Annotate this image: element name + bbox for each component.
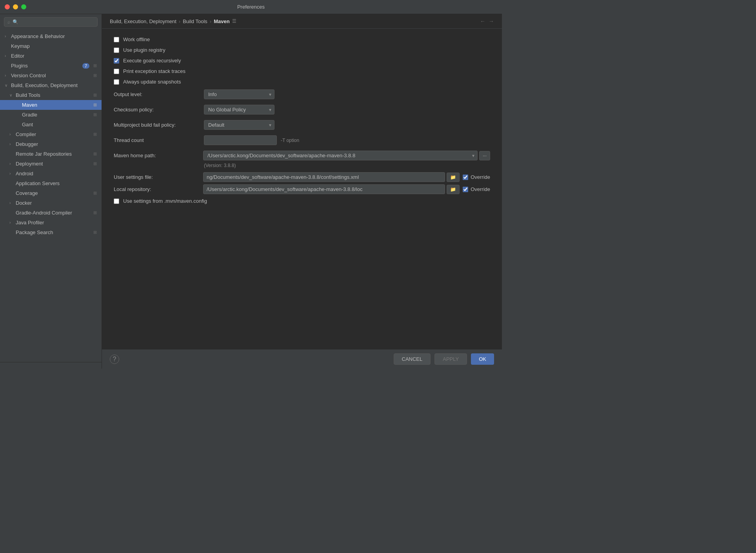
breadcrumb-sep-2: › xyxy=(210,18,211,24)
user-settings-label: User settings file: xyxy=(114,174,200,180)
window-controls[interactable] xyxy=(5,4,26,9)
help-button[interactable]: ? xyxy=(110,355,119,364)
content-body: Work offline Use plugin registry Execute… xyxy=(102,29,502,349)
thread-count-input[interactable] xyxy=(204,135,277,145)
sidebar-item-gradle[interactable]: Gradle ⊞ xyxy=(0,110,102,120)
settings-icon[interactable]: ⊞ xyxy=(93,63,97,68)
mvn-config-label[interactable]: Use settings from .mvn/maven.config xyxy=(123,198,207,204)
multiproject-policy-select-wrapper: Default Fail At End Fail Fast Never Fail xyxy=(204,120,274,130)
action-buttons: CANCEL APPLY OK xyxy=(394,353,494,365)
sidebar-item-remote-jar[interactable]: Remote Jar Repositories ⊞ xyxy=(0,149,102,159)
sidebar-item-plugins[interactable]: Plugins 7 ⊞ xyxy=(0,61,102,71)
sidebar-item-maven[interactable]: Maven ⊞ xyxy=(0,100,102,110)
settings-icon[interactable]: ⊞ xyxy=(93,112,97,117)
checksum-policy-select-wrapper: No Global Policy Ignore Warn Fail xyxy=(204,105,274,115)
sidebar-item-keymap[interactable]: Keymap xyxy=(0,41,102,51)
user-settings-override-checkbox[interactable] xyxy=(463,175,468,180)
plugins-badge: 7 xyxy=(82,63,89,69)
use-plugin-registry-checkbox[interactable] xyxy=(114,47,119,53)
sidebar-item-build-exec[interactable]: ∨ Build, Execution, Deployment xyxy=(0,80,102,90)
local-repo-browse-button[interactable]: 📁 xyxy=(447,185,460,194)
chevron-icon: › xyxy=(5,34,9,38)
sidebar-item-label: Java Profiler xyxy=(16,220,44,226)
user-settings-input[interactable] xyxy=(203,172,445,182)
settings-icon[interactable]: ⊞ xyxy=(93,151,97,156)
work-offline-checkbox[interactable] xyxy=(114,37,119,42)
multiproject-policy-select[interactable]: Default Fail At End Fail Fast Never Fail xyxy=(204,120,274,130)
chevron-icon: ∨ xyxy=(9,93,13,97)
thread-count-label: Thread count xyxy=(114,137,200,143)
sidebar-item-compiler[interactable]: › Compiler ⊞ xyxy=(0,129,102,139)
sidebar-item-label: Application Servers xyxy=(16,180,60,186)
sidebar-list: › Appearance & Behavior Keymap › Editor … xyxy=(0,30,102,362)
sidebar-item-java-profiler[interactable]: › Java Profiler xyxy=(0,218,102,227)
chevron-icon: › xyxy=(5,73,9,78)
sidebar-item-android[interactable]: › Android xyxy=(0,169,102,178)
sidebar-item-deployment[interactable]: › Deployment ⊞ xyxy=(0,159,102,169)
nav-back-button[interactable]: ← xyxy=(480,18,485,24)
use-plugin-registry-label[interactable]: Use plugin registry xyxy=(123,47,165,53)
sidebar-footer xyxy=(0,362,102,369)
mvn-config-checkbox[interactable] xyxy=(114,198,119,204)
local-repo-input-group: 📁 xyxy=(203,184,460,194)
sidebar: ⌕ › Appearance & Behavior Keymap › Edito… xyxy=(0,14,102,369)
search-input[interactable] xyxy=(13,19,94,25)
cancel-button[interactable]: CANCEL xyxy=(394,353,431,365)
always-update-label[interactable]: Always update snapshots xyxy=(123,79,181,85)
local-repo-override-checkbox[interactable] xyxy=(463,187,468,192)
maven-home-browse-button[interactable]: ··· xyxy=(479,151,490,160)
breadcrumb: Build, Execution, Deployment › Build Too… xyxy=(110,18,236,24)
breadcrumb-sep-1: › xyxy=(179,18,180,24)
sidebar-item-build-tools[interactable]: ∨ Build Tools ⊞ xyxy=(0,90,102,100)
checksum-policy-select[interactable]: No Global Policy Ignore Warn Fail xyxy=(204,105,274,115)
settings-icon[interactable]: ⊞ xyxy=(93,102,97,107)
sidebar-item-label: Plugins xyxy=(11,63,28,69)
local-repo-override-label[interactable]: Override xyxy=(471,186,490,192)
close-button[interactable] xyxy=(5,4,10,9)
execute-goals-label[interactable]: Execute goals recursively xyxy=(123,58,181,64)
local-repo-input[interactable] xyxy=(203,184,445,194)
sidebar-item-label: Remote Jar Repositories xyxy=(16,151,72,157)
print-exception-row: Print exception stack traces xyxy=(114,68,490,74)
user-settings-row: User settings file: 📁 Override xyxy=(114,172,490,182)
sidebar-item-label: Compiler xyxy=(16,131,36,137)
settings-icon[interactable]: ⊞ xyxy=(93,230,97,235)
thread-count-row: Thread count -T option xyxy=(114,135,490,145)
settings-icon[interactable]: ⊞ xyxy=(93,210,97,215)
settings-icon[interactable]: ⊞ xyxy=(93,73,97,78)
sidebar-item-version-control[interactable]: › Version Control ⊞ xyxy=(0,71,102,80)
sidebar-item-label: Maven xyxy=(22,102,37,108)
always-update-checkbox[interactable] xyxy=(114,79,119,85)
nav-forward-button[interactable]: → xyxy=(489,18,494,24)
breadcrumb-part-2[interactable]: Build Tools xyxy=(183,18,207,24)
execute-goals-checkbox[interactable] xyxy=(114,58,119,64)
minimize-button[interactable] xyxy=(13,4,18,9)
sidebar-item-package-search[interactable]: Package Search ⊞ xyxy=(0,227,102,237)
maximize-button[interactable] xyxy=(21,4,26,9)
print-exception-checkbox[interactable] xyxy=(114,69,119,74)
sidebar-item-appearance[interactable]: › Appearance & Behavior xyxy=(0,31,102,41)
user-settings-override-label[interactable]: Override xyxy=(471,174,490,180)
breadcrumb-part-1[interactable]: Build, Execution, Deployment xyxy=(110,18,176,24)
ok-button[interactable]: OK xyxy=(471,353,494,365)
search-box[interactable]: ⌕ xyxy=(4,17,98,27)
sidebar-item-coverage[interactable]: Coverage ⊞ xyxy=(0,188,102,198)
sidebar-item-docker[interactable]: › Docker xyxy=(0,198,102,208)
sidebar-item-debugger[interactable]: › Debugger xyxy=(0,139,102,149)
settings-icon[interactable]: ⊞ xyxy=(93,191,97,196)
settings-icon[interactable]: ⊞ xyxy=(93,132,97,137)
sidebar-item-gant[interactable]: Gant xyxy=(0,120,102,129)
settings-icon[interactable]: ⊞ xyxy=(93,93,97,98)
work-offline-label[interactable]: Work offline xyxy=(123,36,150,42)
sidebar-item-editor[interactable]: › Editor xyxy=(0,51,102,61)
bookmark-icon[interactable]: ☰ xyxy=(232,18,236,24)
sidebar-item-app-servers[interactable]: Application Servers xyxy=(0,178,102,188)
print-exception-label[interactable]: Print exception stack traces xyxy=(123,68,185,74)
settings-icon[interactable]: ⊞ xyxy=(93,161,97,166)
sidebar-item-gradle-android[interactable]: Gradle-Android Compiler ⊞ xyxy=(0,208,102,218)
maven-home-select[interactable]: /Users/arctic.kong/Documents/dev_softwar… xyxy=(203,151,478,160)
user-settings-browse-button[interactable]: 📁 xyxy=(447,173,460,182)
apply-button[interactable]: APPLY xyxy=(434,353,467,365)
output-level-select[interactable]: Debug Info Warning Error xyxy=(204,89,274,99)
maven-home-select-wrapper: /Users/arctic.kong/Documents/dev_softwar… xyxy=(203,151,478,160)
